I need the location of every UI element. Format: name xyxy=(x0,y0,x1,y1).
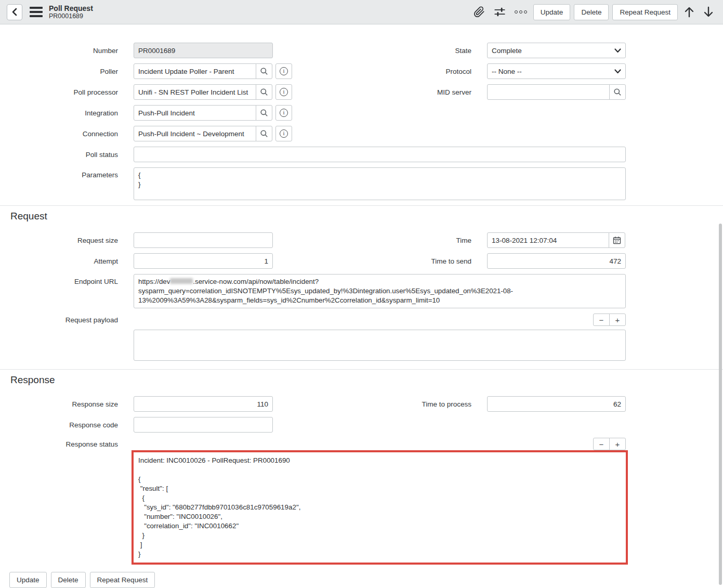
poll-request-page: Poll Request PR0001689 Update Delete Rep… xyxy=(0,0,723,588)
next-record-button[interactable] xyxy=(701,5,716,19)
request-payload-stepper: − + xyxy=(593,313,626,326)
request-size-field[interactable] xyxy=(134,232,273,248)
connection-lookup-button[interactable] xyxy=(256,126,272,141)
hamburger-icon xyxy=(30,7,43,9)
time-calendar-button[interactable] xyxy=(609,232,625,248)
mid-server-field[interactable] xyxy=(487,84,610,100)
response-section-heading: Response xyxy=(10,374,723,386)
calendar-icon xyxy=(613,236,621,244)
info-icon: i xyxy=(280,88,288,96)
response-code-label: Response code xyxy=(0,421,118,429)
integration-lookup-button[interactable] xyxy=(256,105,272,121)
context-menu-button[interactable] xyxy=(29,6,44,18)
chevron-down-icon xyxy=(614,48,621,53)
poll-processor-field[interactable] xyxy=(134,84,256,100)
integration-preview-button[interactable]: i xyxy=(275,105,292,121)
poller-preview-button[interactable]: i xyxy=(275,63,292,79)
time-to-send-label: Time to send xyxy=(359,257,471,265)
form-header: Poll Request PR0001689 Update Delete Rep… xyxy=(0,0,723,24)
info-icon: i xyxy=(280,67,288,75)
paperclip-icon xyxy=(474,6,485,18)
endpoint-url-prefix: https://dev xyxy=(138,278,170,285)
vertical-scrollbar xyxy=(718,25,722,588)
chevron-down-icon xyxy=(614,69,621,74)
form-body: Number Poller i Poll processor xyxy=(0,24,723,588)
request-size-label: Request size xyxy=(0,237,118,244)
connection-preview-button[interactable]: i xyxy=(275,126,292,141)
poller-label: Poller xyxy=(0,68,118,75)
back-button[interactable] xyxy=(7,4,22,20)
parameters-label: Parameters xyxy=(0,167,118,179)
repeat-request-button-footer[interactable]: Repeat Request xyxy=(90,572,155,588)
section-divider xyxy=(0,369,723,370)
state-select[interactable]: Complete xyxy=(487,43,626,58)
update-button-footer[interactable]: Update xyxy=(9,572,47,588)
section-divider xyxy=(0,205,723,206)
response-status-field[interactable]: Incident: INC0010026 - PollRequest: PR00… xyxy=(132,450,628,565)
request-payload-field[interactable] xyxy=(134,330,626,361)
protocol-select-value: -- None -- xyxy=(492,68,522,75)
protocol-select[interactable]: -- None -- xyxy=(487,63,626,79)
update-button-header[interactable]: Update xyxy=(533,4,571,20)
attachment-button[interactable] xyxy=(471,5,488,19)
response-status-label: Response status xyxy=(0,438,118,448)
attempt-field[interactable] xyxy=(134,253,273,269)
collapse-button[interactable]: − xyxy=(593,313,610,326)
connection-field[interactable] xyxy=(134,126,256,141)
endpoint-url-label: Endpoint URL xyxy=(0,274,118,285)
previous-record-button[interactable] xyxy=(681,5,697,19)
endpoint-url-field[interactable]: https://dev.service-now.com/api/now/tabl… xyxy=(134,274,626,308)
search-icon xyxy=(260,129,268,138)
search-icon xyxy=(260,67,268,75)
arrow-down-icon xyxy=(703,6,714,18)
time-to-process-field[interactable] xyxy=(487,396,626,412)
record-number: PR0001689 xyxy=(49,12,93,20)
personalize-form-button[interactable] xyxy=(491,5,508,19)
poll-status-field[interactable] xyxy=(134,147,626,162)
header-actions: Update Delete Repeat Request xyxy=(471,4,716,20)
integration-label: Integration xyxy=(0,109,118,117)
poll-processor-lookup-button[interactable] xyxy=(256,84,272,100)
poller-field[interactable] xyxy=(134,63,256,79)
poller-lookup-button[interactable] xyxy=(256,63,272,79)
search-icon xyxy=(613,88,622,96)
time-label: Time xyxy=(359,237,471,244)
time-field[interactable] xyxy=(487,232,609,248)
page-title: Poll Request xyxy=(49,4,93,12)
repeat-request-button-header[interactable]: Repeat Request xyxy=(612,4,678,20)
expand-button[interactable]: + xyxy=(609,438,626,450)
time-to-process-label: Time to process xyxy=(359,400,471,408)
info-icon: i xyxy=(280,129,288,138)
integration-field[interactable] xyxy=(134,105,256,121)
request-payload-label: Request payload xyxy=(0,313,118,324)
chevron-left-icon xyxy=(11,8,18,16)
state-select-value: Complete xyxy=(492,47,522,55)
redacted-instance-name xyxy=(170,278,193,284)
scrollbar-thumb[interactable] xyxy=(719,224,722,585)
search-icon xyxy=(260,109,268,117)
number-label: Number xyxy=(0,47,118,55)
more-options-button[interactable] xyxy=(512,9,530,15)
record-title-block: Poll Request PR0001689 xyxy=(49,4,93,20)
connection-label: Connection xyxy=(0,130,118,138)
poll-processor-preview-button[interactable]: i xyxy=(275,84,292,100)
search-icon xyxy=(260,88,268,96)
sliders-icon xyxy=(494,6,506,18)
arrow-up-icon xyxy=(684,6,694,18)
delete-button-header[interactable]: Delete xyxy=(574,4,609,20)
number-field[interactable] xyxy=(134,43,273,58)
response-code-field[interactable] xyxy=(134,417,273,433)
state-label: State xyxy=(359,47,471,55)
attempt-label: Attempt xyxy=(0,257,118,265)
response-size-label: Response size xyxy=(0,400,118,408)
parameters-field[interactable]: { } xyxy=(134,167,626,200)
delete-button-footer[interactable]: Delete xyxy=(51,572,86,588)
time-to-send-field[interactable] xyxy=(487,253,626,269)
protocol-label: Protocol xyxy=(359,68,471,75)
more-options-icon xyxy=(515,10,527,14)
response-size-field[interactable] xyxy=(134,396,273,412)
collapse-button[interactable]: − xyxy=(593,438,610,450)
info-icon: i xyxy=(280,109,288,117)
expand-button[interactable]: + xyxy=(609,313,626,326)
mid-server-lookup-button[interactable] xyxy=(609,84,626,100)
